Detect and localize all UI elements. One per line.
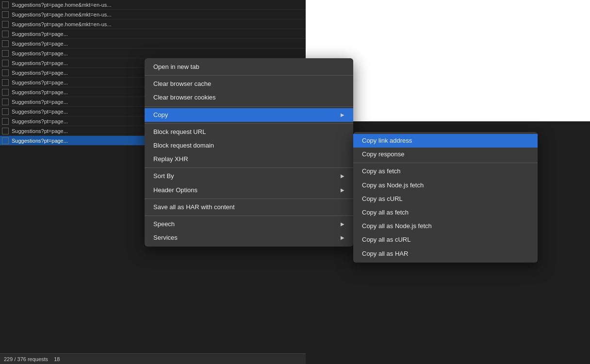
menu-separator — [145, 215, 353, 216]
row-checkbox[interactable] — [2, 99, 9, 105]
row-checkbox[interactable] — [2, 79, 9, 86]
menu-separator — [145, 167, 353, 168]
row-checkbox[interactable] — [2, 31, 9, 37]
clear-cache-item[interactable]: Clear browser cache — [145, 77, 353, 91]
row-url: Suggestions?pt=page... — [12, 41, 68, 47]
row-checkbox[interactable] — [2, 118, 9, 125]
row-checkbox[interactable] — [2, 11, 9, 18]
clear-cookies-label: Clear browser cookies — [153, 93, 344, 102]
copy-label: Copy — [153, 111, 331, 119]
row-checkbox[interactable] — [2, 69, 9, 76]
copy-all-as-har-label: Copy all as HAR — [362, 249, 529, 258]
copy-as-curl-label: Copy as cURL — [362, 195, 529, 203]
row-url: Suggestions?pt=page... — [12, 128, 68, 134]
row-checkbox[interactable] — [2, 89, 9, 96]
sort-by-item[interactable]: Sort By ▶ — [145, 169, 353, 183]
row-checkbox[interactable] — [2, 108, 9, 115]
row-url: Suggestions?pt=page.home&mkt=en-us... — [12, 2, 111, 8]
row-url: Suggestions?pt=page... — [12, 109, 68, 115]
row-url: Suggestions?pt=page... — [12, 89, 68, 95]
row-url: Suggestions?pt=page.home&mkt=en-us... — [12, 21, 111, 27]
speech-item[interactable]: Speech ▶ — [145, 217, 353, 231]
clear-cache-label: Clear browser cache — [153, 80, 344, 88]
row-url: Suggestions?pt=page... — [12, 80, 68, 85]
submenu-arrow: ▶ — [341, 173, 344, 180]
services-label: Services — [153, 233, 331, 242]
row-checkbox[interactable] — [2, 60, 9, 66]
block-domain-item[interactable]: Block request domain — [145, 139, 353, 152]
network-row[interactable]: Suggestions?pt=page... — [0, 29, 306, 39]
request-count: 229 / 376 requests — [4, 356, 48, 362]
row-checkbox[interactable] — [2, 128, 9, 134]
copy-as-fetch-item[interactable]: Copy as fetch — [353, 165, 538, 178]
network-row[interactable]: Suggestions?pt=page... — [0, 49, 306, 58]
network-row[interactable]: Suggestions?pt=page... — [0, 39, 306, 49]
menu-separator — [145, 75, 353, 76]
network-row[interactable]: Suggestions?pt=page.home&mkt=en-us... — [0, 19, 306, 29]
copy-submenu: Copy link address Copy response Copy as … — [353, 132, 538, 263]
sort-by-label: Sort By — [153, 172, 331, 181]
services-item[interactable]: Services ▶ — [145, 231, 353, 245]
request-size: 18 — [54, 356, 60, 362]
header-options-label: Header Options — [153, 186, 331, 195]
row-checkbox[interactable] — [2, 21, 9, 28]
copy-response-item[interactable]: Copy response — [353, 148, 538, 161]
block-domain-label: Block request domain — [153, 141, 344, 150]
copy-item[interactable]: Copy ▶ — [145, 108, 353, 122]
row-url: Suggestions?pt=page... — [12, 138, 68, 144]
row-checkbox[interactable] — [2, 137, 9, 144]
copy-as-fetch-label: Copy as fetch — [362, 167, 529, 176]
row-url: Suggestions?pt=page... — [12, 99, 68, 105]
row-url: Suggestions?pt=page... — [12, 31, 68, 37]
open-new-tab-label: Open in new tab — [153, 63, 344, 71]
submenu-arrow: ▶ — [341, 234, 344, 241]
copy-as-nodejs-fetch-item[interactable]: Copy as Node.js fetch — [353, 179, 538, 192]
copy-all-as-nodejs-fetch-item[interactable]: Copy all as Node.js fetch — [353, 219, 538, 233]
header-options-item[interactable]: Header Options ▶ — [145, 183, 353, 197]
menu-separator — [145, 106, 353, 107]
submenu-arrow: ▶ — [341, 221, 344, 228]
menu-separator — [145, 123, 353, 124]
copy-all-as-fetch-item[interactable]: Copy all as fetch — [353, 206, 538, 219]
clear-cookies-item[interactable]: Clear browser cookies — [145, 91, 353, 104]
copy-all-as-fetch-label: Copy all as fetch — [362, 208, 529, 217]
block-url-item[interactable]: Block request URL — [145, 125, 353, 139]
network-row[interactable]: Suggestions?pt=page.home&mkt=en-us... — [0, 0, 306, 10]
copy-all-as-nodejs-fetch-label: Copy all as Node.js fetch — [362, 222, 529, 231]
save-har-item[interactable]: Save all as HAR with content — [145, 200, 353, 214]
row-url: Suggestions?pt=page... — [12, 70, 68, 76]
copy-response-label: Copy response — [362, 150, 529, 159]
primary-context-menu: Open in new tab Clear browser cache Clea… — [145, 58, 353, 247]
row-url: Suggestions?pt=page... — [12, 118, 68, 124]
row-checkbox[interactable] — [2, 1, 9, 8]
menu-separator — [353, 163, 538, 163]
open-new-tab-item[interactable]: Open in new tab — [145, 60, 353, 74]
row-checkbox[interactable] — [2, 40, 9, 47]
copy-as-nodejs-fetch-label: Copy as Node.js fetch — [362, 181, 529, 190]
copy-all-as-curl-item[interactable]: Copy all as cURL — [353, 233, 538, 247]
row-url: Suggestions?pt=page.home&mkt=en-us... — [12, 12, 111, 17]
network-row[interactable]: Suggestions?pt=page.home&mkt=en-us... — [0, 10, 306, 19]
menu-separator — [145, 199, 353, 199]
copy-all-as-har-item[interactable]: Copy all as HAR — [353, 247, 538, 261]
copy-as-curl-item[interactable]: Copy as cURL — [353, 192, 538, 206]
copy-link-address-item[interactable]: Copy link address — [353, 134, 538, 148]
submenu-arrow: ▶ — [341, 112, 344, 118]
replay-xhr-label: Replay XHR — [153, 155, 344, 164]
status-bar: 229 / 376 requests 18 — [0, 353, 306, 364]
copy-all-as-curl-label: Copy all as cURL — [362, 235, 529, 244]
replay-xhr-item[interactable]: Replay XHR — [145, 152, 353, 166]
row-url: Suggestions?pt=page... — [12, 50, 68, 56]
submenu-arrow: ▶ — [341, 187, 344, 194]
row-checkbox[interactable] — [2, 50, 9, 57]
block-url-label: Block request URL — [153, 128, 344, 136]
speech-label: Speech — [153, 220, 331, 229]
row-url: Suggestions?pt=page... — [12, 60, 68, 66]
save-har-label: Save all as HAR with content — [153, 203, 344, 212]
copy-link-address-label: Copy link address — [362, 136, 529, 145]
